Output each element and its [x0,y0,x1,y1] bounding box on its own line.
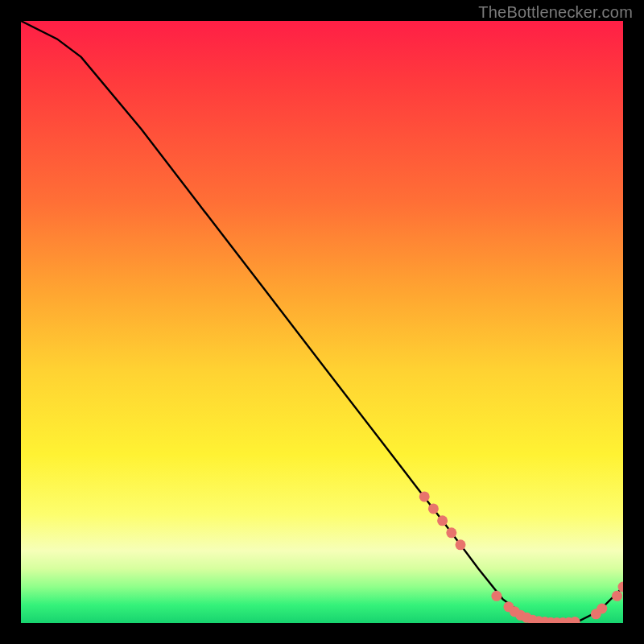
marker-group [419,491,623,623]
plot-area [21,21,623,623]
bottleneck-curve [21,21,623,623]
marker-dot [446,527,456,538]
chart-frame: TheBottlenecker.com [0,0,644,644]
marker-dot [570,617,580,623]
marker-dot [456,539,466,550]
watermark-text: TheBottlenecker.com [478,3,633,22]
marker-dot [437,515,448,526]
chart-svg [21,21,623,623]
marker-dot [428,503,439,514]
marker-dot [597,604,607,614]
marker-dot [612,591,622,601]
marker-dot [419,491,430,502]
marker-dot [491,591,502,601]
